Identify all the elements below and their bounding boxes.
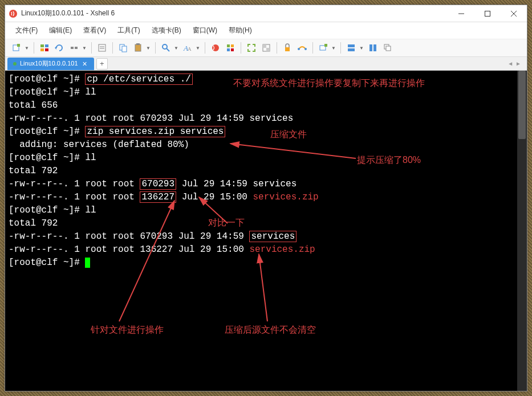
annotation: 对比一下 bbox=[208, 216, 245, 229]
transparency-icon[interactable] bbox=[259, 42, 273, 54]
dropdown-icon[interactable]: ▼ bbox=[174, 46, 180, 51]
paste-icon[interactable] bbox=[131, 42, 145, 54]
output-ls: -rw-r--r--. 1 root root 136227 Jul 29 15… bbox=[9, 191, 523, 204]
tile-horizontal-icon[interactable] bbox=[344, 42, 358, 54]
window-title: Linux10期10.0.0.101 - Xshell 6 bbox=[21, 9, 448, 18]
properties-icon[interactable] bbox=[95, 42, 109, 54]
output-total: total 792 bbox=[9, 165, 523, 178]
separator bbox=[277, 42, 277, 54]
menu-view[interactable]: 查看(V) bbox=[79, 24, 111, 37]
svg-rect-29 bbox=[231, 48, 234, 51]
cmd-zip: zip services.zip services bbox=[85, 126, 225, 137]
annotation: 不要对系统文件进行操作要复制下来再进行操作 bbox=[233, 76, 425, 89]
find-icon[interactable] bbox=[159, 42, 173, 54]
separator bbox=[91, 42, 92, 54]
svg-rect-20 bbox=[136, 43, 140, 45]
svg-point-35 bbox=[304, 48, 307, 50]
dropdown-icon[interactable]: ▼ bbox=[146, 46, 152, 51]
svg-marker-11 bbox=[55, 46, 56, 50]
color-scheme-icon[interactable] bbox=[209, 42, 222, 54]
dropdown-icon[interactable]: ▼ bbox=[82, 46, 88, 51]
svg-text:A: A bbox=[188, 46, 192, 52]
xshell-window: Linux10期10.0.0.101 - Xshell 6 文件(F) 编辑(E… bbox=[5, 5, 527, 391]
menubar: 文件(F) 编辑(E) 查看(V) 工具(T) 选项卡(B) 窗口(W) 帮助(… bbox=[5, 22, 527, 39]
svg-rect-37 bbox=[324, 44, 327, 47]
output-ls: -rw-r--r--. 1 root root 670293 Jul 29 14… bbox=[9, 178, 523, 191]
svg-rect-40 bbox=[369, 44, 372, 51]
minimize-button[interactable] bbox=[448, 5, 474, 22]
separator bbox=[340, 42, 341, 54]
highlight-icon[interactable] bbox=[224, 42, 237, 54]
separator bbox=[34, 42, 34, 54]
svg-rect-38 bbox=[348, 44, 355, 47]
svg-rect-33 bbox=[285, 47, 290, 51]
tab-prev-icon[interactable]: ◄ bbox=[507, 60, 513, 67]
disconnect-icon[interactable] bbox=[67, 42, 81, 54]
svg-rect-13 bbox=[75, 47, 78, 49]
separator bbox=[241, 42, 241, 54]
reconnect-icon[interactable] bbox=[52, 42, 66, 54]
new-tab-icon[interactable] bbox=[316, 42, 330, 54]
copy-icon[interactable] bbox=[116, 42, 130, 54]
dropdown-icon[interactable]: ▼ bbox=[331, 46, 337, 51]
dropdown-icon[interactable]: ▼ bbox=[25, 46, 30, 51]
prompt: [root@clf ~]# bbox=[9, 126, 85, 137]
tab-next-icon[interactable]: ► bbox=[515, 60, 521, 67]
lock-icon[interactable] bbox=[281, 42, 294, 54]
menu-help[interactable]: 帮助(H) bbox=[224, 24, 257, 37]
tab-navigation: ◄ ► bbox=[507, 60, 525, 67]
svg-rect-14 bbox=[99, 44, 105, 51]
add-tab-button[interactable]: + bbox=[96, 58, 108, 70]
svg-rect-9 bbox=[40, 48, 44, 51]
menu-edit[interactable]: 编辑(E) bbox=[44, 24, 76, 37]
svg-rect-12 bbox=[71, 47, 74, 49]
annotation: 提示压缩了80% bbox=[357, 153, 421, 166]
font-icon[interactable]: AA bbox=[181, 42, 194, 54]
output-total: total 792 bbox=[9, 217, 523, 230]
output-ls: -rw-r--r--. 1 root root 670293 Jul 29 14… bbox=[9, 230, 523, 243]
menu-file[interactable]: 文件(F) bbox=[11, 24, 42, 37]
cmd-ll: ll bbox=[85, 205, 96, 215]
svg-rect-2 bbox=[485, 11, 490, 16]
cascade-icon[interactable] bbox=[381, 42, 395, 54]
tab-label: Linux10期10.0.0.101 bbox=[20, 59, 78, 68]
svg-point-34 bbox=[298, 48, 300, 50]
prompt: [root@clf ~]# bbox=[9, 153, 85, 163]
app-icon bbox=[9, 9, 18, 18]
menu-window[interactable]: 窗口(W) bbox=[188, 24, 222, 37]
maximize-button[interactable] bbox=[474, 5, 501, 22]
terminal[interactable]: [root@clf ~]# cp /etc/services ./ [root@… bbox=[5, 71, 527, 391]
svg-rect-41 bbox=[373, 44, 376, 51]
annotation: 针对文件进行操作 bbox=[91, 323, 164, 336]
cmd-ll: ll bbox=[85, 153, 96, 163]
svg-rect-19 bbox=[135, 44, 141, 51]
svg-rect-26 bbox=[227, 44, 230, 47]
tab-close-icon[interactable]: × bbox=[82, 59, 88, 68]
dropdown-icon[interactable]: ▼ bbox=[359, 46, 365, 51]
separator bbox=[312, 42, 313, 54]
svg-rect-18 bbox=[122, 46, 127, 52]
menu-tab[interactable]: 选项卡(B) bbox=[147, 24, 186, 37]
dropdown-icon[interactable]: ▼ bbox=[196, 46, 201, 51]
sessions-icon[interactable] bbox=[38, 42, 51, 54]
scroll-thumb[interactable] bbox=[518, 71, 526, 139]
prompt: [root@clf ~]# bbox=[9, 74, 85, 84]
tunnel-icon[interactable] bbox=[295, 42, 309, 54]
cursor bbox=[85, 258, 90, 268]
output-total: total 656 bbox=[9, 99, 523, 112]
annotation: 压缩文件 bbox=[270, 128, 307, 141]
svg-rect-43 bbox=[386, 46, 391, 51]
separator bbox=[112, 42, 113, 54]
new-session-icon[interactable] bbox=[10, 42, 23, 54]
separator bbox=[205, 42, 205, 54]
tile-vertical-icon[interactable] bbox=[366, 42, 380, 54]
close-button[interactable] bbox=[501, 5, 527, 22]
prompt: [root@clf ~]# bbox=[9, 87, 85, 97]
tabbar: Linux10期10.0.0.101 × + ◄ ► bbox=[5, 57, 527, 71]
output-ls: -rw-r--r--. 1 root root 136227 Jul 29 15… bbox=[9, 243, 523, 256]
session-tab[interactable]: Linux10期10.0.0.101 × bbox=[7, 58, 94, 70]
fullscreen-icon[interactable] bbox=[245, 42, 258, 54]
svg-rect-32 bbox=[266, 48, 270, 51]
menu-tools[interactable]: 工具(T) bbox=[113, 24, 144, 37]
scrollbar[interactable] bbox=[517, 71, 527, 391]
